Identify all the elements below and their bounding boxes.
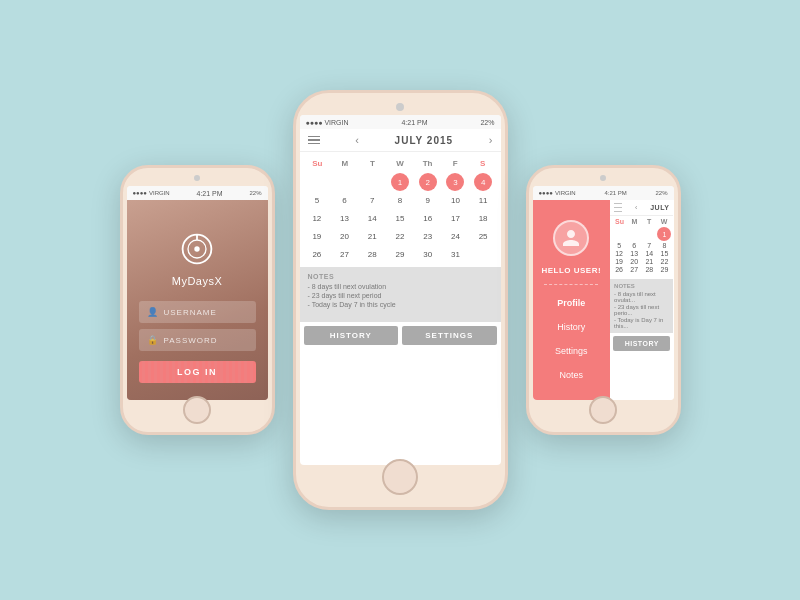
hamburger-line-2 (308, 139, 320, 141)
app-title: MyDaysX (172, 275, 223, 287)
next-month-button[interactable]: › (489, 134, 493, 146)
drawer-cell-13[interactable]: 13 (627, 250, 641, 257)
cal-cell-27[interactable]: 27 (331, 246, 358, 263)
cal-cell-10[interactable]: 10 (442, 192, 469, 209)
cal-cell-21[interactable]: 21 (359, 228, 386, 245)
cal-cell-22[interactable]: 22 (387, 228, 414, 245)
profile-battery: 22% (655, 190, 667, 196)
drawer-cell-5[interactable]: 5 (612, 242, 626, 249)
login-content-area: MyDaysX 👤 USERNAME 🔒 PASSWORD LOG IN (127, 200, 268, 400)
login-form: MyDaysX 👤 USERNAME 🔒 PASSWORD LOG IN (127, 231, 268, 383)
status-bar: ●●●● VIRGIN 4:21 PM 22% (127, 186, 268, 200)
drawer-cell-19[interactable]: 19 (612, 258, 626, 265)
prev-month-button[interactable]: ‹ (355, 134, 359, 146)
cal-cell-1[interactable]: 1 (391, 173, 409, 191)
cal-cell-empty-3[interactable] (359, 173, 386, 191)
cal-cell-24[interactable]: 24 (442, 228, 469, 245)
drawer-cell-15[interactable]: 15 (657, 250, 671, 257)
cal-cell-empty-2[interactable] (331, 173, 358, 191)
hamburger-line-1 (308, 136, 320, 138)
day-saturday: S (469, 156, 497, 171)
cal-cell-18[interactable]: 18 (470, 210, 497, 227)
hamburger-menu[interactable] (308, 136, 320, 145)
drawer-cell-14[interactable]: 14 (642, 250, 656, 257)
cal-cell-26[interactable]: 26 (304, 246, 331, 263)
drawer-menu-settings[interactable]: Settings (533, 342, 611, 360)
drawer-hamburger[interactable] (614, 203, 622, 212)
cal-cell-23[interactable]: 23 (414, 228, 441, 245)
profile-signal: ●●●● (539, 190, 554, 196)
drawer-prev-btn[interactable]: ‹ (635, 204, 637, 211)
home-button-mid[interactable] (382, 459, 418, 495)
cal-cell-14[interactable]: 14 (359, 210, 386, 227)
calendar-header: ‹ JULY 2015 › (300, 129, 501, 152)
cal-cell-29[interactable]: 29 (387, 246, 414, 263)
hamburger-line-3 (308, 143, 320, 145)
cal-cell-15[interactable]: 15 (387, 210, 414, 227)
login-screen: ●●●● VIRGIN 4:21 PM 22% MyDaysX (127, 186, 268, 400)
cal-cell-17[interactable]: 17 (442, 210, 469, 227)
cal-cell-2[interactable]: 2 (419, 173, 437, 191)
cal-cell-3[interactable]: 3 (446, 173, 464, 191)
drawer-cell-28[interactable]: 28 (642, 266, 656, 273)
day-headers: Su M T W Th F S (304, 156, 497, 171)
home-button-right[interactable] (589, 396, 617, 424)
password-field[interactable]: 🔒 PASSWORD (139, 329, 256, 351)
drawer-cell-22[interactable]: 22 (657, 258, 671, 265)
cal-cell-5[interactable]: 5 (304, 192, 331, 209)
drawer-menu-history[interactable]: History (533, 318, 611, 336)
cal-cell-19[interactable]: 19 (304, 228, 331, 245)
drawer-menu-profile[interactable]: Profile (533, 294, 611, 312)
profile-carrier: VIRGIN (555, 190, 576, 196)
cal-cell-20[interactable]: 20 (331, 228, 358, 245)
cal-cell-12[interactable]: 12 (304, 210, 331, 227)
drawer-notes: NOTES - 8 days till next ovulat... - 23 … (610, 279, 673, 333)
cal-cell-4[interactable]: 4 (474, 173, 492, 191)
cal-cell-6[interactable]: 6 (331, 192, 358, 209)
home-button[interactable] (183, 396, 211, 424)
drawer-menu-notes[interactable]: Notes (533, 366, 611, 384)
cal-cell-31[interactable]: 31 (442, 246, 469, 263)
settings-button[interactable]: SETTINGS (402, 326, 497, 345)
status-time: 4:21 PM (197, 190, 223, 197)
drawer-cell-empty2: . (627, 227, 641, 241)
drawer-cell-27[interactable]: 27 (627, 266, 641, 273)
cal-cell-7[interactable]: 7 (359, 192, 386, 209)
drawer-cell-29[interactable]: 29 (657, 266, 671, 273)
drawer-cell-20[interactable]: 20 (627, 258, 641, 265)
drawer-cell-21[interactable]: 21 (642, 258, 656, 265)
drawer-cell-1[interactable]: 1 (657, 227, 671, 241)
cal-cell-8[interactable]: 8 (387, 192, 414, 209)
calendar-cells: 1 2 3 4 5 6 7 8 9 10 11 12 13 14 15 16 1… (304, 173, 497, 263)
cal-cell-30[interactable]: 30 (414, 246, 441, 263)
drawer-cell-12[interactable]: 12 (612, 250, 626, 257)
notes-title: NOTES (308, 273, 493, 280)
drawer-cell-7[interactable]: 7 (642, 242, 656, 249)
user-avatar-icon (561, 228, 581, 248)
cal-signal: ●●●● (306, 119, 323, 126)
login-button[interactable]: LOG IN (139, 361, 256, 383)
phone-camera (194, 175, 200, 181)
cal-cell-empty-1[interactable] (304, 173, 331, 191)
lock-icon: 🔒 (147, 335, 158, 345)
cal-cell-16[interactable]: 16 (414, 210, 441, 227)
drawer-history-button[interactable]: HISTORY (613, 336, 670, 351)
drawer-cell-6[interactable]: 6 (627, 242, 641, 249)
cal-cell-11[interactable]: 11 (470, 192, 497, 209)
cal-cell-25[interactable]: 25 (470, 228, 497, 245)
drawer-day-headers: Su M T W (612, 218, 671, 225)
dh-line-3 (614, 211, 622, 212)
day-wednesday: W (386, 156, 414, 171)
cal-cell-13[interactable]: 13 (331, 210, 358, 227)
drawer-cell-8[interactable]: 8 (657, 242, 671, 249)
user-icon: 👤 (147, 307, 158, 317)
profile-status-left: ●●●● VIRGIN (539, 190, 576, 196)
username-field[interactable]: 👤 USERNAME (139, 301, 256, 323)
drawer-cell-26[interactable]: 26 (612, 266, 626, 273)
drawer-note-2: - 23 days till next perio... (614, 304, 669, 316)
history-button[interactable]: HISTORY (304, 326, 399, 345)
cal-cell-9[interactable]: 9 (414, 192, 441, 209)
cal-cell-28[interactable]: 28 (359, 246, 386, 263)
drawer-note-1: - 8 days till next ovulat... (614, 291, 669, 303)
day-tuesday: T (359, 156, 387, 171)
